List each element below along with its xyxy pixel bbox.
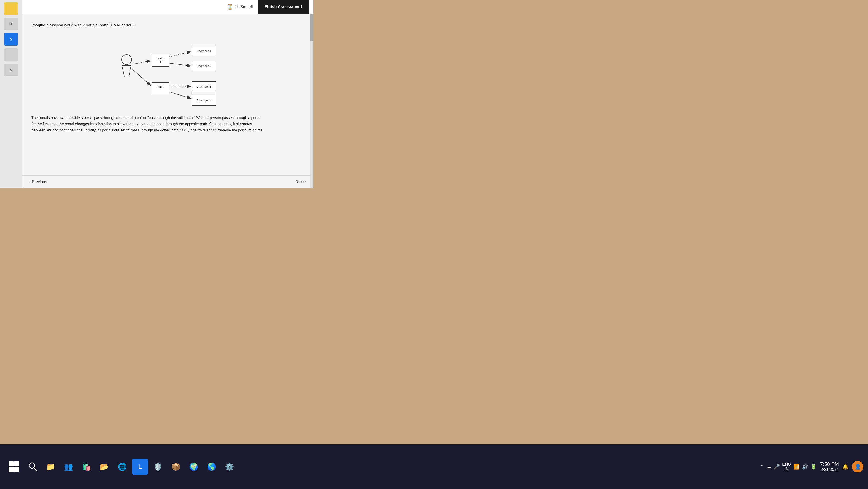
description-text: The portals have two possible states: "p… bbox=[31, 115, 265, 133]
scrollbar[interactable] bbox=[310, 14, 313, 188]
sidebar-item-4[interactable] bbox=[4, 49, 18, 61]
sidebar-item-3[interactable]: 5 bbox=[4, 33, 18, 45]
left-sidebar: 3 5 5 bbox=[0, 0, 22, 188]
chevron-right-nav-icon: › bbox=[305, 180, 307, 184]
intro-text: Imagine a magical world with 2 portals: … bbox=[31, 23, 304, 28]
arrow-person-portal2 bbox=[132, 69, 151, 86]
taskbar-chrome2-icon[interactable]: 🌎 bbox=[204, 459, 220, 475]
bottom-nav: ‹ Previous Next › bbox=[22, 176, 313, 188]
taskbar: 📁 👥 🛍️ 📂 🌐 L 🛡️ 📦 🌍 🌎 ⚙️ ⌃ bbox=[0, 444, 868, 489]
timer-icon: ⏳ bbox=[227, 4, 233, 10]
arrow-portal2-chamber3 bbox=[169, 86, 191, 87]
previous-button[interactable]: ‹ Previous bbox=[29, 180, 47, 184]
arrow-person-portal1 bbox=[132, 61, 151, 64]
main-content: ⏳ 1h 3m left Finish Assessment Imagine a… bbox=[22, 0, 313, 188]
microphone-icon[interactable]: 🎤 bbox=[774, 464, 780, 470]
chevron-left-nav-icon: ‹ bbox=[29, 180, 31, 184]
start-button[interactable] bbox=[5, 458, 23, 476]
taskbar-edge-icon[interactable]: 🌐 bbox=[114, 459, 130, 475]
svg-point-0 bbox=[122, 55, 132, 65]
content-body: Imagine a magical world with 2 portals: … bbox=[22, 14, 313, 176]
diagram-container: Portal 1 Portal 2 Chamber 1 Chamber 2 Ch… bbox=[31, 32, 304, 110]
taskbar-file-explorer-icon[interactable]: 📁 bbox=[43, 459, 59, 475]
notification-icon[interactable]: 🔔 bbox=[842, 464, 848, 470]
scrollbar-thumb[interactable] bbox=[310, 14, 313, 41]
volume-icon[interactable]: 🔊 bbox=[802, 464, 808, 470]
system-tray: ⌃ ☁ 🎤 ENG IN 📶 🔊 🔋 bbox=[760, 462, 817, 471]
svg-text:2: 2 bbox=[159, 89, 161, 92]
language-text: ENG bbox=[782, 462, 791, 467]
portal1-label: Portal bbox=[156, 56, 164, 60]
svg-marker-1 bbox=[122, 65, 131, 77]
chamber3-label: Chamber 3 bbox=[196, 85, 211, 88]
language-indicator[interactable]: ENG IN bbox=[782, 462, 791, 471]
taskbar-lark-icon[interactable]: L bbox=[132, 459, 148, 475]
taskbar-clock[interactable]: 7:58 PM 8/21/2024 bbox=[820, 461, 839, 472]
person-figure bbox=[122, 55, 132, 77]
next-button[interactable]: Next › bbox=[296, 180, 307, 184]
portal2-label: Portal bbox=[156, 85, 164, 89]
chamber2-label: Chamber 2 bbox=[196, 64, 211, 68]
region-text: IN bbox=[782, 467, 791, 471]
timer-text: 1h 3m left bbox=[235, 4, 253, 9]
sidebar-item-5[interactable]: 5 bbox=[4, 64, 18, 77]
svg-line-6 bbox=[34, 468, 37, 471]
sidebar-item-2[interactable]: 3 bbox=[4, 18, 18, 30]
taskbar-search-icon[interactable] bbox=[25, 459, 41, 475]
header-bar: ⏳ 1h 3m left Finish Assessment bbox=[22, 0, 313, 14]
taskbar-dropbox-icon[interactable]: 📦 bbox=[168, 459, 184, 475]
taskbar-files-icon[interactable]: 📂 bbox=[96, 459, 112, 475]
chamber4-label: Chamber 4 bbox=[196, 99, 211, 102]
taskbar-store-icon[interactable]: 🛍️ bbox=[79, 459, 94, 475]
wifi-icon[interactable]: 📶 bbox=[794, 464, 800, 470]
taskbar-security-icon[interactable]: 🛡️ bbox=[150, 459, 166, 475]
windows-logo-icon bbox=[9, 461, 19, 472]
taskbar-teams-icon[interactable]: 👥 bbox=[61, 459, 76, 475]
user-avatar[interactable]: 👤 bbox=[852, 461, 863, 472]
clock-date: 8/21/2024 bbox=[820, 467, 839, 472]
chevron-up-icon[interactable]: ⌃ bbox=[760, 464, 764, 470]
chamber1-label: Chamber 1 bbox=[196, 49, 211, 53]
sidebar-item-1[interactable] bbox=[4, 2, 18, 15]
network-icon[interactable]: ☁ bbox=[767, 464, 771, 470]
portal-diagram: Portal 1 Portal 2 Chamber 1 Chamber 2 Ch… bbox=[108, 32, 227, 110]
taskbar-right-section: ⌃ ☁ 🎤 ENG IN 📶 🔊 🔋 7:58 PM 8/21/2024 🔔 👤 bbox=[760, 461, 863, 472]
arrow-portal1-chamber1 bbox=[169, 52, 191, 57]
clock-time: 7:58 PM bbox=[820, 461, 839, 467]
arrow-portal2-chamber4 bbox=[169, 92, 191, 99]
battery-icon[interactable]: 🔋 bbox=[810, 464, 817, 470]
taskbar-settings-icon[interactable]: ⚙️ bbox=[221, 459, 238, 475]
finish-assessment-button[interactable]: Finish Assessment bbox=[258, 0, 309, 14]
taskbar-chrome-icon[interactable]: 🌍 bbox=[186, 459, 202, 475]
svg-text:1: 1 bbox=[159, 60, 161, 64]
arrow-portal1-chamber2 bbox=[169, 63, 191, 66]
timer-section: ⏳ 1h 3m left bbox=[227, 4, 253, 10]
